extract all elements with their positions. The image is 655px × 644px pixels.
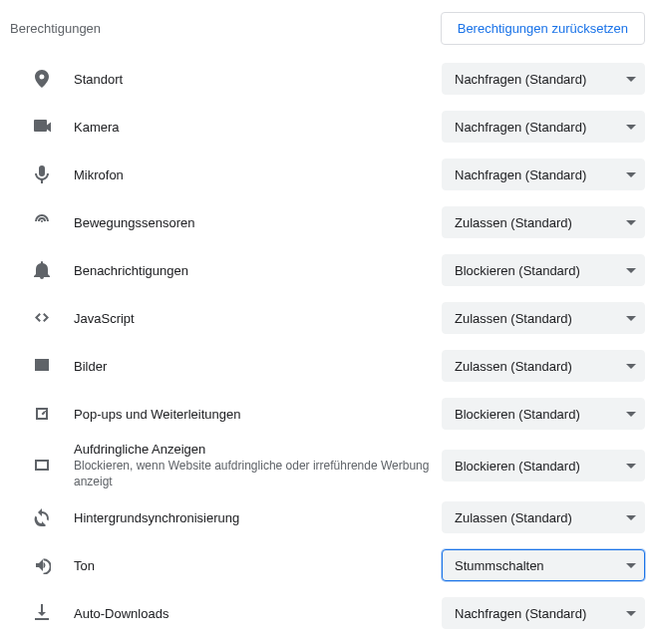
permission-row: Pop-ups und WeiterleitungenBlockieren (S… — [10, 390, 645, 438]
permissions-section-title: Berechtigungen — [10, 21, 101, 36]
permission-label: Ton — [74, 558, 430, 573]
permission-dropdown-value: Zulassen (Standard) — [455, 311, 572, 326]
permission-select-cell: Blockieren (Standard) — [442, 398, 645, 430]
background-sync-icon — [10, 508, 74, 526]
motion-sensors-icon — [10, 213, 74, 231]
permission-dropdown[interactable]: Nachfragen (Standard) — [442, 159, 645, 190]
permission-select-cell: Blockieren (Standard) — [442, 254, 645, 286]
permission-label-cell: Aufdringliche AnzeigenBlockieren, wenn W… — [74, 442, 442, 489]
permission-dropdown[interactable]: Stummschalten — [442, 549, 645, 581]
popups-icon — [10, 405, 74, 423]
permission-dropdown-value: Nachfragen (Standard) — [455, 72, 586, 87]
permission-row: TonStummschalten — [10, 541, 645, 589]
permission-label: Pop-ups und Weiterleitungen — [74, 407, 430, 422]
permission-dropdown-value: Blockieren (Standard) — [455, 459, 580, 474]
permission-select-cell: Nachfragen (Standard) — [442, 159, 645, 190]
permission-dropdown-value: Zulassen (Standard) — [455, 215, 572, 230]
permission-dropdown-value: Nachfragen (Standard) — [455, 120, 586, 135]
chevron-down-icon — [626, 125, 636, 130]
javascript-icon — [10, 309, 74, 327]
permission-dropdown[interactable]: Blockieren (Standard) — [442, 450, 645, 482]
permission-select-cell: Zulassen (Standard) — [442, 501, 645, 533]
permission-label: Benachrichtigungen — [74, 263, 430, 278]
permission-label: Hintergrundsynchronisierung — [74, 510, 430, 525]
permission-select-cell: Zulassen (Standard) — [442, 206, 645, 238]
permission-select-cell: Nachfragen (Standard) — [442, 111, 645, 143]
chevron-down-icon — [626, 172, 636, 177]
permission-label-cell: Standort — [74, 72, 442, 87]
permission-dropdown[interactable]: Zulassen (Standard) — [442, 302, 645, 334]
permission-label: Aufdringliche Anzeigen — [74, 442, 430, 457]
permission-label-cell: Ton — [74, 558, 442, 573]
permission-dropdown-value: Zulassen (Standard) — [455, 510, 572, 525]
ads-icon — [10, 457, 74, 475]
chevron-down-icon — [626, 412, 636, 417]
permission-label: Kamera — [74, 120, 430, 135]
chevron-down-icon — [626, 220, 636, 225]
chevron-down-icon — [626, 464, 636, 469]
microphone-icon — [10, 165, 74, 183]
permission-label-cell: Mikrofon — [74, 167, 442, 182]
permission-label-cell: Kamera — [74, 120, 442, 135]
chevron-down-icon — [626, 316, 636, 321]
permission-label-cell: JavaScript — [74, 311, 442, 326]
permission-row: BenachrichtigungenBlockieren (Standard) — [10, 246, 645, 294]
notifications-icon — [10, 261, 74, 279]
permission-dropdown[interactable]: Blockieren (Standard) — [442, 254, 645, 286]
permission-dropdown[interactable]: Zulassen (Standard) — [442, 501, 645, 533]
permission-label: Auto-Downloads — [74, 606, 430, 621]
permission-row: StandortNachfragen (Standard) — [10, 55, 645, 103]
chevron-down-icon — [626, 77, 636, 82]
permission-select-cell: Stummschalten — [442, 549, 645, 581]
permission-label: Bewegungssensoren — [74, 215, 430, 230]
permission-label: Standort — [74, 72, 430, 87]
permission-dropdown-value: Stummschalten — [455, 558, 544, 573]
permission-dropdown-value: Nachfragen (Standard) — [455, 167, 586, 182]
permission-label-cell: Auto-Downloads — [74, 606, 442, 621]
permission-dropdown-value: Blockieren (Standard) — [455, 263, 580, 278]
camera-icon — [10, 118, 74, 136]
permission-dropdown[interactable]: Blockieren (Standard) — [442, 398, 645, 430]
permission-dropdown-value: Zulassen (Standard) — [455, 359, 572, 374]
permission-sublabel: Blockieren, wenn Website aufdringliche o… — [74, 459, 430, 489]
permission-dropdown-value: Blockieren (Standard) — [455, 407, 580, 422]
permission-select-cell: Nachfragen (Standard) — [442, 597, 645, 629]
permission-label: Mikrofon — [74, 167, 430, 182]
chevron-down-icon — [626, 563, 636, 568]
permission-dropdown[interactable]: Nachfragen (Standard) — [442, 111, 645, 143]
sound-icon — [10, 556, 74, 574]
permission-row: HintergrundsynchronisierungZulassen (Sta… — [10, 493, 645, 541]
permission-row: Auto-DownloadsNachfragen (Standard) — [10, 589, 645, 637]
permission-label-cell: Bewegungssensoren — [74, 215, 442, 230]
permission-dropdown-value: Nachfragen (Standard) — [455, 606, 586, 621]
permission-row: KameraNachfragen (Standard) — [10, 103, 645, 151]
permission-label: Bilder — [74, 359, 430, 374]
reset-permissions-button[interactable]: Berechtigungen zurücksetzen — [441, 12, 645, 45]
permissions-list: StandortNachfragen (Standard)KameraNachf… — [10, 55, 645, 637]
chevron-down-icon — [626, 515, 636, 520]
permission-row: MikrofonNachfragen (Standard) — [10, 151, 645, 198]
permission-label-cell: Benachrichtigungen — [74, 263, 442, 278]
permission-label-cell: Hintergrundsynchronisierung — [74, 510, 442, 525]
permission-dropdown[interactable]: Nachfragen (Standard) — [442, 597, 645, 629]
permission-select-cell: Nachfragen (Standard) — [442, 63, 645, 95]
permission-label-cell: Pop-ups und Weiterleitungen — [74, 407, 442, 422]
permission-dropdown[interactable]: Nachfragen (Standard) — [442, 63, 645, 95]
permission-label: JavaScript — [74, 311, 430, 326]
permission-dropdown[interactable]: Zulassen (Standard) — [442, 350, 645, 382]
permission-row: JavaScriptZulassen (Standard) — [10, 294, 645, 342]
location-icon — [10, 70, 74, 88]
permission-dropdown[interactable]: Zulassen (Standard) — [442, 206, 645, 238]
permission-select-cell: Zulassen (Standard) — [442, 350, 645, 382]
permission-row: Aufdringliche AnzeigenBlockieren, wenn W… — [10, 438, 645, 493]
download-icon — [10, 604, 74, 622]
chevron-down-icon — [626, 611, 636, 616]
permission-row: BewegungssensorenZulassen (Standard) — [10, 198, 645, 246]
chevron-down-icon — [626, 268, 636, 273]
images-icon — [10, 357, 74, 375]
permission-row: BilderZulassen (Standard) — [10, 342, 645, 390]
chevron-down-icon — [626, 364, 636, 369]
permission-label-cell: Bilder — [74, 359, 442, 374]
permission-select-cell: Zulassen (Standard) — [442, 302, 645, 334]
permission-select-cell: Blockieren (Standard) — [442, 450, 645, 482]
